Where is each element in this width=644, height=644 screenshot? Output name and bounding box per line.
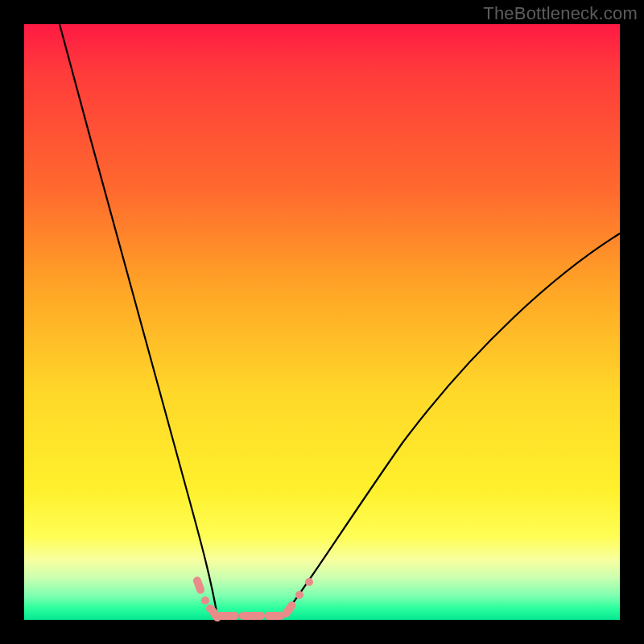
- curves-svg: [24, 24, 620, 620]
- marker-pill: [239, 612, 265, 620]
- right-curve: [283, 233, 620, 616]
- marker-pill: [264, 612, 285, 620]
- marker-pill: [192, 576, 206, 595]
- plot-area: [24, 24, 620, 620]
- marker-dot: [305, 578, 313, 586]
- marker-dot: [295, 591, 303, 599]
- watermark-text: TheBottleneck.com: [483, 3, 638, 24]
- left-curve: [60, 24, 217, 616]
- chart-frame: TheBottleneck.com: [0, 0, 644, 644]
- flat-bottom-markers: [217, 612, 285, 620]
- marker-pill: [217, 612, 239, 620]
- marker-dot: [201, 597, 209, 605]
